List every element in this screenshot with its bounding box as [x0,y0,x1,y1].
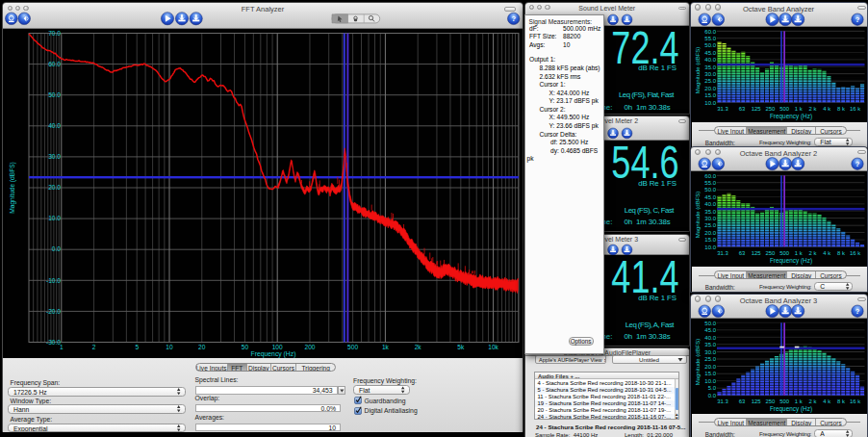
svg-text:15.0: 15.0 [704,371,716,376]
svg-text:Magnitude (dBFS): Magnitude (dBFS) [9,162,16,214]
svg-text:10.0: 10.0 [48,215,61,221]
svg-text:20.0: 20.0 [704,230,716,236]
svg-text:100: 100 [272,344,283,350]
svg-text:40.0: 40.0 [704,201,716,207]
svg-text:40.0: 40.0 [704,334,716,340]
svg-text:8 k: 8 k [837,250,845,256]
svg-text:2 k: 2 k [809,398,817,404]
svg-text:250: 250 [765,398,776,404]
svg-text:4 k: 4 k [823,398,830,404]
svg-text:200: 200 [304,344,315,350]
svg-text:2: 2 [92,344,96,350]
svg-text:45.0: 45.0 [704,327,716,333]
svg-text:Magnitude (dBFS): Magnitude (dBFS) [695,192,701,239]
svg-text:125: 125 [752,398,762,404]
svg-text:500: 500 [779,398,790,404]
svg-text:Frequency (Hz): Frequency (Hz) [770,113,812,120]
svg-text:20.0: 20.0 [704,85,716,90]
svg-text:125: 125 [752,105,762,111]
svg-text:250: 250 [765,250,776,256]
svg-text:Frequency (Hz): Frequency (Hz) [251,350,296,358]
svg-text:4 k: 4 k [823,250,830,256]
svg-text:55.0: 55.0 [704,180,716,186]
svg-text:?: ? [855,307,859,316]
svg-text:63: 63 [739,105,746,111]
svg-text:25.0: 25.0 [704,78,716,84]
svg-text:0.0: 0.0 [708,393,717,398]
svg-text:Frequency (Hz): Frequency (Hz) [770,257,812,265]
svg-text:63: 63 [739,398,746,404]
svg-text:500: 500 [347,344,358,350]
svg-text:125: 125 [752,250,762,256]
svg-text:50.0: 50.0 [704,42,716,48]
svg-text:500: 500 [779,250,790,256]
svg-text:35.0: 35.0 [704,64,716,69]
svg-text:30.0: 30.0 [704,71,716,77]
svg-text:63: 63 [739,250,746,256]
svg-text:45.0: 45.0 [704,194,716,200]
svg-text:25.0: 25.0 [704,356,716,362]
svg-text:10.0: 10.0 [704,244,716,250]
svg-text:?: ? [855,15,859,24]
svg-text:10k: 10k [488,344,498,350]
svg-text:31.3: 31.3 [717,250,728,256]
svg-text:20.0: 20.0 [48,184,61,191]
svg-text:-20.0: -20.0 [46,308,61,315]
svg-text:40.0: 40.0 [48,122,61,129]
svg-text:20: 20 [198,344,206,350]
svg-text:5.0: 5.0 [708,385,717,391]
svg-text:16 k: 16 k [850,105,860,111]
svg-text:30.0: 30.0 [48,153,61,160]
svg-text:30.0: 30.0 [704,348,716,354]
svg-text:30.0: 30.0 [704,216,716,221]
svg-text:31.3: 31.3 [717,105,728,111]
svg-text:31.3: 31.3 [717,398,728,404]
svg-text:8 k: 8 k [837,398,845,404]
svg-text:2k: 2k [415,344,422,350]
svg-text:15.0: 15.0 [704,237,716,243]
svg-text:10.0: 10.0 [704,99,716,105]
svg-text:40.0: 40.0 [704,57,716,63]
svg-text:5k: 5k [457,344,465,350]
svg-text:8 k: 8 k [837,105,845,111]
svg-text:0.0: 0.0 [52,245,61,252]
svg-text:Frequency (Hz): Frequency (Hz) [770,405,812,413]
svg-text:1: 1 [60,344,64,350]
svg-text:16 k: 16 k [850,398,860,404]
svg-text:-10.0: -10.0 [46,277,61,284]
svg-text:250: 250 [765,105,776,111]
svg-text:50.0: 50.0 [704,320,716,325]
svg-text:70.0: 70.0 [48,30,61,37]
svg-text:60.0: 60.0 [704,173,716,179]
svg-text:1 k: 1 k [795,105,803,111]
svg-text:4 k: 4 k [823,105,830,111]
svg-text:1 k: 1 k [795,250,803,256]
svg-text:5: 5 [135,344,139,350]
svg-text:10: 10 [166,344,173,350]
svg-text:16 k: 16 k [850,250,860,256]
svg-text:60.0: 60.0 [48,61,61,67]
svg-text:10.0: 10.0 [704,378,716,384]
svg-text:2 k: 2 k [809,250,817,256]
svg-text:500: 500 [779,105,790,111]
svg-text:?: ? [511,14,516,23]
svg-text:25.0: 25.0 [704,222,716,228]
svg-text:60.0: 60.0 [704,28,716,34]
svg-text:15.0: 15.0 [704,92,716,98]
svg-text:50.0: 50.0 [704,187,716,193]
svg-text:50.0: 50.0 [48,91,61,98]
svg-text:Magnitude (dBFS): Magnitude (dBFS) [695,338,701,385]
svg-text:45.0: 45.0 [704,49,716,55]
svg-text:Magnitude (dBFS): Magnitude (dBFS) [695,46,701,93]
svg-text:55.0: 55.0 [704,36,716,41]
svg-text:35.0: 35.0 [704,342,716,347]
svg-text:1 k: 1 k [795,398,803,404]
svg-text:35.0: 35.0 [704,209,716,215]
svg-text:20.0: 20.0 [704,364,716,370]
svg-text:50: 50 [242,344,249,350]
svg-text:2 k: 2 k [809,105,817,111]
svg-text:1k: 1k [382,344,390,350]
svg-text:?: ? [855,160,859,168]
